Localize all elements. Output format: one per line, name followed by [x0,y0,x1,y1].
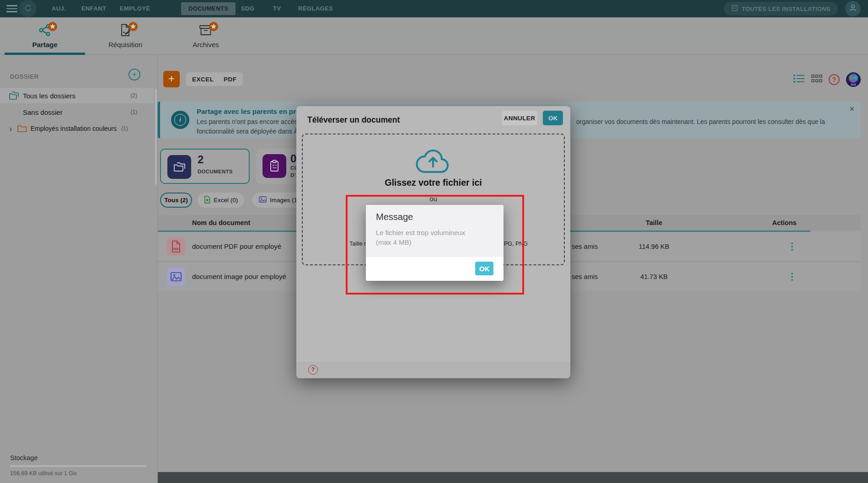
star-badge-icon [209,21,219,33]
star-badge-icon [48,21,58,33]
document-shared-with: ses amis [572,232,598,261]
banner-text-line2: fonctionnalité sera déployée dans À p [197,128,304,135]
banner-text-line1-right: organiser vos documents dès maintenant. … [576,118,825,125]
tab-requisition-label: Réquisition [85,41,166,48]
image-file-icon [259,196,267,204]
storage-progressbar [10,465,146,467]
document-shared-with: ses amis [572,262,598,291]
row-actions-menu-icon[interactable] [788,270,797,284]
folder-item-label: Tous les dossiers [23,92,75,100]
help-icon[interactable]: ? [308,365,318,375]
nav-item-tv[interactable]: TV [273,0,281,17]
filter-chip-label: Images (1 [270,197,297,204]
pdf-file-icon: PDF [167,237,185,256]
all-installations-button[interactable]: TOUTES LES INSTALLATIONS [724,2,838,16]
building-icon [731,5,738,13]
column-header-actions: Actions [761,215,807,231]
tab-archives[interactable]: Archives [166,17,246,55]
add-folder-button[interactable]: + [129,69,140,80]
person-icon [848,3,857,14]
consents-count-value: 0 [290,152,296,165]
add-document-button[interactable]: + [163,71,180,87]
storage-usage-text: 156.69 KB utilisé sur 1 Go [10,470,158,477]
banner-text-line1-left: Les parents n'ont pas encore accès au [197,118,306,125]
app-screen: AUJ. ENFANT EMPLOYÉ DOCUMENTS SDG TV RÉG… [0,0,868,483]
storage-title: Stockage [10,454,158,462]
row-actions-menu-icon[interactable] [788,240,797,253]
top-navbar: AUJ. ENFANT EMPLOYÉ DOCUMENTS SDG TV RÉG… [0,0,868,17]
documents-count-value: 2 [198,153,204,166]
star-badge-icon [128,21,138,33]
document-name: document PDF pour employé [192,232,281,261]
folder-item-count: (1) [130,109,137,115]
dropzone-heading: Glissez votre fichier ici [303,177,564,188]
document-size: 114.96 KB [613,232,695,261]
tab-partage-label: Partage [5,41,85,48]
folder-item-label: Employés installation couleurs [31,125,117,132]
dialog-message-line1: Le fichier est trop volumineux [376,228,465,237]
grid-view-icon[interactable] [811,75,822,85]
tab-requisition[interactable]: Réquisition [85,17,166,55]
nav-item-employe[interactable]: EMPLOYÉ [120,0,150,17]
close-icon[interactable]: × [849,104,854,114]
dropzone-hint-right: PG, PNG [504,241,528,247]
documents-count-card[interactable]: 2 DOCUMENTS [160,149,250,184]
eva-logo-icon [849,74,858,83]
document-size: 41.73 KB [613,262,695,291]
tab-archives-label: Archives [166,41,246,48]
dialog-message-line2: (max 4 MB) [376,237,465,247]
dropzone-separator: ou [303,195,564,203]
folder-sidebar: DOSSIER + Tous les dossiers (2) Sans dos… [0,55,158,483]
sidebar-scrollbar[interactable] [155,89,157,185]
sidebar-item-sans-dossier[interactable]: Sans dossier (1) [0,104,154,120]
modal-title: Téléverser un document [307,115,400,125]
tab-partage[interactable]: Partage [5,17,85,55]
nav-item-sdg[interactable]: SDG [241,0,254,17]
sidebar-item-tous-les-dossiers[interactable]: Tous les dossiers (2) [0,88,154,103]
filter-chip-label: Excel (0) [214,197,238,204]
view-options: ? eva [793,72,861,87]
menu-icon[interactable] [6,5,17,12]
nav-item-reglages[interactable]: RÉGLAGES [298,0,333,17]
document-name: document image pour employé [192,262,286,291]
all-installations-label: TOUTES LES INSTALLATIONS [742,5,830,12]
user-menu-button[interactable] [845,1,861,16]
help-icon[interactable]: ? [829,74,840,85]
sidebar-section-title: DOSSIER [10,73,39,80]
folders-icon [8,91,19,101]
storage-section: Stockage 156.69 KB utilisé sur 1 Go [0,454,158,477]
sidebar-item-employes-installation-couleurs[interactable]: › Employés installation couleurs (1) [0,121,154,136]
pdf-export-button[interactable]: PDF [218,72,243,86]
column-header-size: Taille [613,215,695,231]
message-dialog-body: Message Le fichier est trop volumineux (… [366,205,504,256]
documents-folder-icon [167,155,191,179]
content-bottom-edge [158,472,868,483]
folder-item-count: (2) [130,92,137,99]
filter-chip-tous[interactable]: Tous (2) [160,193,192,208]
filter-chip-label: Tous (2) [164,197,188,204]
modal-footer: ? [296,361,570,378]
chevron-right-icon[interactable]: › [9,125,12,132]
message-dialog-footer: OK [366,256,504,281]
documents-count-label: DOCUMENTS [198,169,233,174]
message-dialog: Message Le fichier est trop volumineux (… [366,205,504,281]
nav-item-enfant[interactable]: ENFANT [81,0,106,17]
cancel-button[interactable]: ANNULER [502,111,537,125]
filter-chip-excel[interactable]: Excel (0) [198,193,244,208]
list-view-icon[interactable] [793,74,805,86]
eva-avatar[interactable]: eva [846,72,861,87]
folder-item-count: (1) [121,125,128,132]
upload-cloud-icon [413,145,455,177]
refresh-button[interactable] [19,0,37,17]
info-icon: i [171,111,189,129]
svg-text:PDF: PDF [173,247,179,251]
nav-item-documents[interactable]: DOCUMENTS [181,2,236,15]
nav-item-auj[interactable]: AUJ. [52,0,66,17]
dialog-ok-button[interactable]: OK [475,262,493,275]
excel-export-button[interactable]: EXCEL [186,72,220,86]
modal-ok-button[interactable]: OK [543,111,563,125]
image-file-icon [167,268,185,286]
folder-item-label: Sans dossier [23,108,63,116]
refresh-icon [24,4,32,14]
excel-file-icon [204,196,210,205]
